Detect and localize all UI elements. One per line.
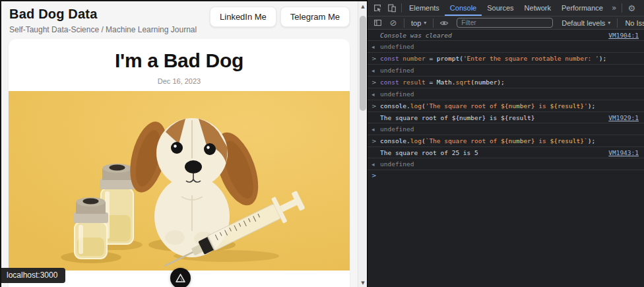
chevron-down-icon: ▾ <box>424 20 426 26</box>
input-chevron-icon: > <box>371 102 380 111</box>
return-value-icon: ◂ <box>371 43 380 51</box>
console-row-result: ◂undefined <box>368 65 644 77</box>
page-scrollbar[interactable]: ▲ ▼ <box>358 1 367 287</box>
console-row-cleared: Console was clearedVM1904:1 <box>368 30 644 41</box>
return-value-icon: ◂ <box>371 160 380 169</box>
separator <box>433 18 434 28</box>
console-sidebar-icon[interactable] <box>370 17 385 29</box>
live-expression-eye-icon[interactable] <box>437 17 451 29</box>
inspect-element-icon[interactable] <box>370 2 385 14</box>
tab-performance[interactable]: Performance <box>556 0 608 16</box>
return-value-icon: ◂ <box>371 125 380 134</box>
devtools-tabstrip: ElementsConsoleSourcesNetworkPerformance… <box>368 0 644 16</box>
separator <box>401 3 402 13</box>
console-row-text: The square root of ${number} is ${result… <box>380 113 602 122</box>
screenshot-root: Bad Dog Data Self-Taught Data-Science / … <box>0 0 644 287</box>
console-row-output: The square root of 25 is 5VM1943:1 <box>368 147 644 158</box>
article-date: Dec 16, 2023 <box>9 77 350 85</box>
tab-elements[interactable]: Elements <box>404 0 445 16</box>
devtools-tabs: ElementsConsoleSourcesNetworkPerformance <box>404 0 608 16</box>
separator <box>617 18 618 28</box>
glass-vial-small <box>73 197 108 259</box>
more-tabs-icon[interactable]: » <box>608 3 620 13</box>
issues-counter[interactable]: No Issues <box>621 19 644 27</box>
console-row-text: Console was cleared <box>380 31 602 40</box>
scrollbar-up-icon[interactable]: ▲ <box>358 2 368 11</box>
clear-console-icon[interactable]: ⊘ <box>386 17 401 29</box>
console-row-output: The square root of ${number} is ${result… <box>368 112 644 123</box>
tab-sources[interactable]: Sources <box>482 0 519 16</box>
console-row-input: >console.log('The square root of ${numbe… <box>368 100 644 112</box>
source-location-link[interactable]: VM1943:1 <box>602 148 639 157</box>
status-url-badge: localhost:3000 <box>1 268 65 283</box>
log-levels-label: Default levels <box>562 19 605 27</box>
separator <box>404 18 404 28</box>
settings-gear-icon[interactable]: ⚙ <box>624 2 639 14</box>
console-row-text: const number = prompt('Enter the square … <box>380 54 639 63</box>
tab-network[interactable]: Network <box>519 0 556 16</box>
nextjs-triangle-icon <box>175 272 186 284</box>
console-row-result: ◂undefined <box>368 123 644 135</box>
telegram-button[interactable]: Telegram Me <box>280 7 350 27</box>
context-selector-label: top <box>411 19 421 27</box>
console-row-text: const result = Math.sqrt(number); <box>380 78 639 86</box>
console-row-text: console.log(`The square root of ${number… <box>380 137 639 145</box>
return-value-icon: ◂ <box>371 67 380 75</box>
input-chevron-icon: > <box>371 55 380 63</box>
nextjs-dev-indicator[interactable] <box>170 268 191 287</box>
device-toolbar-icon[interactable] <box>385 2 399 14</box>
console-row-text: undefined <box>380 42 639 51</box>
scrollbar-thumb[interactable] <box>360 16 366 111</box>
console-toolbar: ⊘ top ▾ Default levels ▾ No Issues ⚙ <box>368 16 644 30</box>
article-hero-image <box>9 91 350 271</box>
source-location-link[interactable]: VM1904:1 <box>602 31 639 40</box>
console-log: Console was clearedVM1904:1◂undefined>co… <box>368 30 644 181</box>
input-chevron-icon: > <box>371 79 380 87</box>
menu-dots-icon[interactable]: ⋮ <box>639 2 644 14</box>
article-card: I'm a Bad Dog Dec 16, 2023 <box>9 39 350 287</box>
console-row-input: >console.log(`The square root of ${numbe… <box>368 135 644 147</box>
console-row-result: ◂undefined <box>368 158 644 170</box>
source-location-link[interactable]: VM1929:1 <box>602 113 639 122</box>
devtools-panel: ElementsConsoleSourcesNetworkPerformance… <box>367 0 644 287</box>
console-row-text: undefined <box>380 66 639 75</box>
separator <box>622 3 622 13</box>
console-row-text: undefined <box>380 90 639 98</box>
console-filter-input[interactable] <box>457 18 553 28</box>
console-row-text: The square root of 25 is 5 <box>380 148 602 157</box>
console-row-result: ◂undefined <box>368 88 644 100</box>
tab-console[interactable]: Console <box>445 0 482 16</box>
log-levels-dropdown[interactable]: Default levels ▾ <box>558 19 614 27</box>
input-chevron-icon: > <box>371 137 380 146</box>
scrollbar-down-icon[interactable]: ▼ <box>358 278 368 287</box>
linkedin-button[interactable]: LinkedIn Me <box>210 7 276 27</box>
console-row-prompt: > <box>368 170 644 181</box>
console-row-text: console.log('The square root of ${number… <box>380 102 639 110</box>
console-prompt-icon: > <box>371 172 380 180</box>
console-row-text: undefined <box>380 160 639 168</box>
article-title: I'm a Bad Dog <box>9 49 350 72</box>
console-row-text: undefined <box>380 125 639 133</box>
header-buttons: LinkedIn Me Telegram Me <box>210 7 350 27</box>
console-row-input: >const number = prompt('Enter the square… <box>368 53 644 65</box>
context-selector-dropdown[interactable]: top ▾ <box>408 19 430 27</box>
console-row-input: >const result = Math.sqrt(number); <box>368 77 644 88</box>
browser-viewport: Bad Dog Data Self-Taught Data-Science / … <box>0 0 367 287</box>
return-value-icon: ◂ <box>371 90 380 99</box>
console-row-result: ◂undefined <box>368 41 644 53</box>
chevron-down-icon: ▾ <box>608 20 610 26</box>
site-header: Bad Dog Data Self-Taught Data-Science / … <box>1 1 367 34</box>
